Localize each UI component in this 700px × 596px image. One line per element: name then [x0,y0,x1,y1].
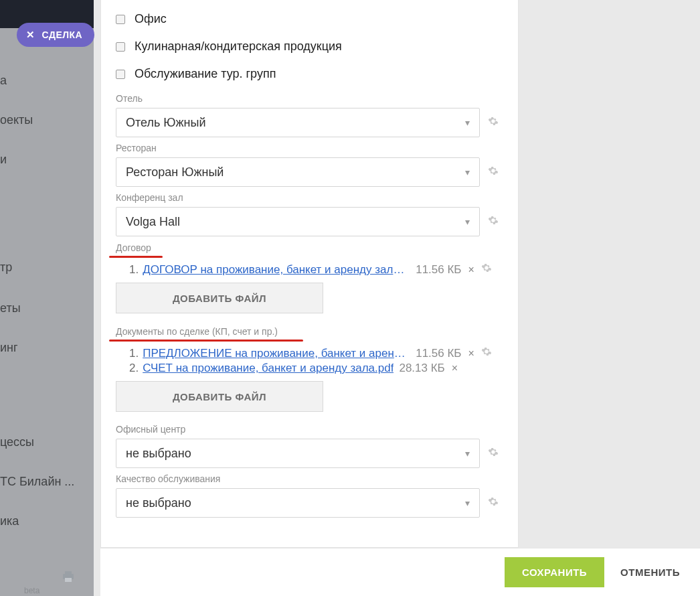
checkbox-tourgroups[interactable]: Обслуживание тур. групп [116,60,506,88]
file-row: 2. СЧЕТ на проживание, банкет и аренду з… [129,361,506,376]
file-index: 1. [129,263,139,277]
close-icon[interactable]: ✕ [26,29,35,41]
checkbox-icon[interactable] [116,70,125,79]
file-remove-icon[interactable]: × [452,362,458,374]
file-list: 1. ДОГОВОР на проживание, банкет и аренд… [129,262,506,277]
file-remove-icon[interactable]: × [468,348,474,360]
nav-item[interactable]: тр [0,254,94,281]
deal-pill[interactable]: ✕ СДЕЛКА [17,23,94,47]
gear-icon[interactable] [488,165,499,179]
select-value: не выбрано [126,496,191,510]
file-list: 1. ПРЕДЛОЖЕНИЕ на проживание, банкет и а… [129,346,506,376]
nav-item[interactable]: инг [0,334,94,362]
nav-item[interactable]: ТС Билайн ... [0,468,94,496]
beta-badge: beta [24,586,39,595]
deal-form-card: Офис Кулинарная/кондитерская продукция О… [100,0,519,548]
field-confhall: Конференц зал Volga Hall ▾ [116,192,506,236]
checkbox-culinary[interactable]: Кулинарная/кондитерская продукция [116,33,506,60]
nav-item[interactable]: оекты [0,106,94,134]
field-label: Документы по сделке (КП, счет и пр.) [116,326,278,337]
svg-rect-2 [65,578,72,582]
office-center-select[interactable]: не выбрано ▾ [116,439,480,468]
red-underline-annotation [109,340,303,342]
file-link[interactable]: СЧЕТ на проживание, банкет и аренду зала… [143,362,393,375]
field-label: Отель [116,93,506,104]
chevron-down-icon: ▾ [465,167,470,177]
select-value: Volga Hall [126,215,180,229]
gear-icon[interactable] [488,116,499,129]
field-hotel: Отель Отель Южный ▾ [116,93,506,137]
nav-item[interactable]: а [0,67,94,94]
nav-item[interactable]: ика [0,508,94,535]
field-quality: Качество обслуживания не выбрано ▾ [116,473,506,518]
field-label: Качество обслуживания [116,473,506,484]
printer-icon[interactable] [62,571,75,585]
red-underline-annotation [109,256,163,258]
checkbox-icon[interactable] [116,42,125,52]
file-size: 11.56 КБ [416,263,461,277]
sidebar-nav: а оекты и тр еты инг цессы ТС Билайн ...… [0,67,94,535]
chevron-down-icon: ▾ [465,216,470,227]
save-button[interactable]: СОХРАНИТЬ [505,557,604,587]
nav-item[interactable]: и [0,146,94,173]
field-deal-docs: Документы по сделке (КП, счет и пр.) 1. … [116,325,506,412]
restaurant-select[interactable]: Ресторан Южный ▾ [116,157,480,187]
checkbox-office[interactable]: Офис [116,5,506,33]
file-row: 1. ДОГОВОР на проживание, банкет и аренд… [129,262,506,277]
chevron-down-icon: ▾ [465,448,470,459]
file-link[interactable]: ПРЕДЛОЖЕНИЕ на проживание, банкет и арен… [143,347,410,360]
field-label: Ресторан [116,143,506,153]
chevron-down-icon: ▾ [465,117,470,128]
add-file-button[interactable]: ДОБАВИТЬ ФАЙЛ [116,381,323,412]
file-size: 28.13 КБ [399,362,444,375]
add-file-button[interactable]: ДОБАВИТЬ ФАЙЛ [116,283,323,313]
field-label: Офисный центр [116,424,506,435]
file-size: 11.56 КБ [416,347,461,360]
field-office-center: Офисный центр не выбрано ▾ [116,424,506,468]
checkbox-icon[interactable] [116,15,125,24]
field-restaurant: Ресторан Ресторан Южный ▾ [116,143,506,187]
gear-icon[interactable] [481,263,492,277]
file-index: 2. [129,362,139,375]
confhall-select[interactable]: Volga Hall ▾ [116,207,480,236]
gear-icon[interactable] [488,496,499,510]
select-value: Ресторан Южный [126,165,224,179]
checkbox-label: Офис [135,12,167,26]
hotel-select[interactable]: Отель Южный ▾ [116,108,480,137]
field-contract: Договор 1. ДОГОВОР на проживание, банкет… [116,242,506,313]
gear-icon[interactable] [481,346,492,360]
nav-item[interactable]: еты [0,295,94,322]
field-label: Договор [116,242,151,253]
deal-pill-label: СДЕЛКА [42,29,83,40]
gear-icon[interactable] [488,215,499,228]
file-link[interactable]: ДОГОВОР на проживание, банкет и аренду з… [143,263,410,277]
select-value: Отель Южный [126,116,206,130]
checkbox-label: Кулинарная/кондитерская продукция [135,40,342,54]
gear-icon[interactable] [488,447,499,460]
file-row: 1. ПРЕДЛОЖЕНИЕ на проживание, банкет и а… [129,346,506,361]
cancel-button[interactable]: ОТМЕНИТЬ [620,567,680,578]
field-label: Конференц зал [116,192,506,203]
nav-item[interactable]: цессы [0,429,94,456]
checkbox-label: Обслуживание тур. групп [135,67,276,81]
select-value: не выбрано [126,447,191,461]
quality-select[interactable]: не выбрано ▾ [116,488,480,518]
chevron-down-icon: ▾ [465,498,470,508]
file-index: 1. [129,347,139,360]
svg-rect-1 [65,571,72,574]
file-remove-icon[interactable]: × [468,264,474,276]
footer-bar: СОХРАНИТЬ ОТМЕНИТЬ [100,548,700,596]
